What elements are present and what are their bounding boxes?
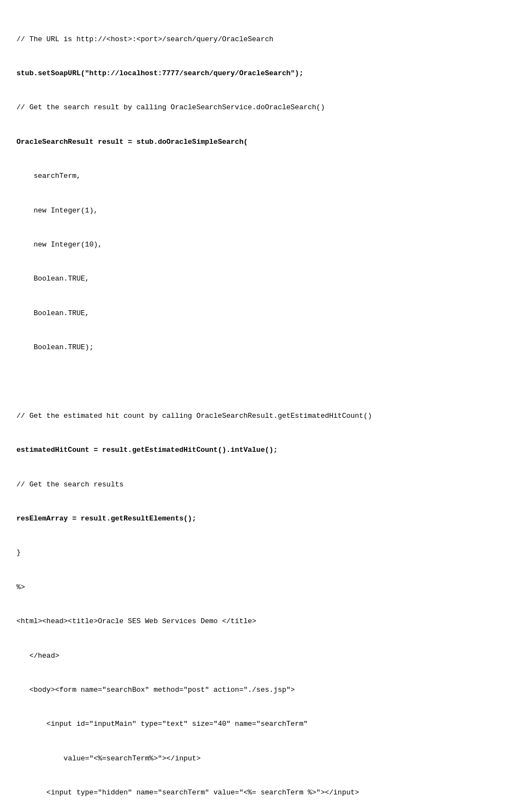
code-line-1: // The URL is http://<host>:<port>/searc… [16,34,511,46]
code-line-23: <input type="hidden" name="searchTerm" v… [16,787,511,799]
code-line-14: // Get the search results [16,479,511,491]
code-line-12: // Get the estimated hit count by callin… [16,411,511,422]
code-line-3: // Get the search result by calling Orac… [16,102,511,114]
code-line-15: resElemArray = result.getResultElements(… [16,513,511,525]
code-line-6: new Integer(1), [16,205,511,217]
code-section: // The URL is http://<host>:<port>/searc… [16,11,511,812]
code-line-4: OracleSearchResult result = stub.doOracl… [16,137,511,148]
code-line-17: %> [16,582,511,593]
code-line-19: </head> [16,651,511,662]
code-line-13: estimatedHitCount = result.getEstimatedH… [16,445,511,456]
code-line-2: stub.setSoapURL("http://localhost:7777/s… [16,68,511,80]
code-line-9: Boolean.TRUE, [16,308,511,320]
code-line-11 [16,377,511,388]
code-line-21: <input id="inputMain" type="text" size="… [16,719,511,730]
code-line-20: <body><form name="searchBox" method="pos… [16,685,511,696]
code-line-18: <html><head><title>Oracle SES Web Servic… [16,616,511,628]
code-line-16: } [16,547,511,559]
code-line-22: value="<%=searchTerm%>"></input> [16,753,511,765]
code-line-5: searchTerm, [16,171,511,182]
code-line-10: Boolean.TRUE); [16,342,511,354]
code-line-7: new Integer(10), [16,239,511,251]
code-line-8: Boolean.TRUE, [16,273,511,285]
main-content: // The URL is http://<host>:<port>/searc… [16,11,511,812]
